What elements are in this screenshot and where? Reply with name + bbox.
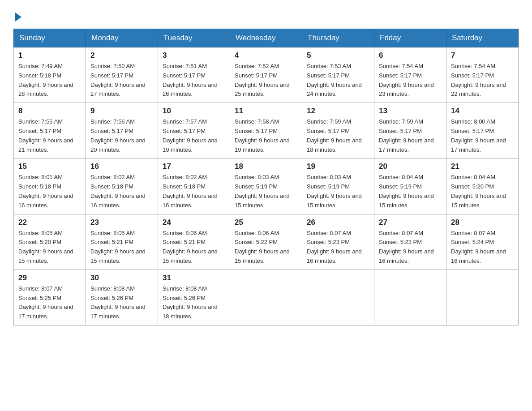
calendar-cell: 12Sunrise: 7:59 AMSunset: 5:17 PMDayligh… — [302, 103, 374, 158]
day-number: 31 — [163, 274, 225, 283]
calendar-cell: 20Sunrise: 8:04 AMSunset: 5:19 PMDayligh… — [374, 158, 446, 214]
weekday-header-tuesday: Tuesday — [158, 29, 230, 47]
day-info: Sunrise: 7:58 AMSunset: 5:17 PMDaylight:… — [235, 117, 297, 154]
weekday-header-thursday: Thursday — [302, 29, 374, 47]
calendar-cell: 14Sunrise: 8:00 AMSunset: 5:17 PMDayligh… — [446, 103, 519, 158]
calendar-cell — [446, 270, 519, 325]
calendar-cell: 10Sunrise: 7:57 AMSunset: 5:17 PMDayligh… — [158, 103, 230, 158]
day-info: Sunrise: 7:53 AMSunset: 5:17 PMDaylight:… — [307, 62, 369, 99]
calendar-cell: 5Sunrise: 7:53 AMSunset: 5:17 PMDaylight… — [302, 47, 374, 103]
day-info: Sunrise: 8:08 AMSunset: 5:26 PMDaylight:… — [163, 284, 225, 321]
day-number: 10 — [163, 107, 225, 116]
day-number: 25 — [235, 218, 297, 227]
day-info: Sunrise: 8:06 AMSunset: 5:21 PMDaylight:… — [163, 229, 225, 266]
day-info: Sunrise: 7:56 AMSunset: 5:17 PMDaylight:… — [90, 117, 153, 154]
day-info: Sunrise: 8:06 AMSunset: 5:22 PMDaylight:… — [235, 229, 297, 266]
day-number: 30 — [90, 274, 153, 283]
logo — [13, 9, 21, 20]
week-row-1: 1Sunrise: 7:49 AMSunset: 5:18 PMDaylight… — [14, 47, 519, 103]
calendar-cell: 31Sunrise: 8:08 AMSunset: 5:26 PMDayligh… — [158, 270, 230, 325]
calendar-cell: 29Sunrise: 8:07 AMSunset: 5:25 PMDayligh… — [14, 270, 86, 325]
day-info: Sunrise: 8:02 AMSunset: 5:18 PMDaylight:… — [163, 173, 225, 210]
calendar-cell: 16Sunrise: 8:02 AMSunset: 5:18 PMDayligh… — [86, 158, 158, 214]
day-number: 13 — [379, 107, 442, 116]
day-info: Sunrise: 8:04 AMSunset: 5:20 PMDaylight:… — [451, 173, 514, 210]
day-number: 28 — [451, 218, 514, 227]
day-number: 9 — [90, 107, 153, 116]
day-number: 21 — [451, 162, 514, 171]
weekday-header-sunday: Sunday — [14, 29, 86, 47]
calendar-cell: 30Sunrise: 8:08 AMSunset: 5:26 PMDayligh… — [86, 270, 158, 325]
day-info: Sunrise: 8:02 AMSunset: 5:18 PMDaylight:… — [90, 173, 153, 210]
day-number: 26 — [307, 218, 369, 227]
calendar-cell — [374, 270, 446, 325]
day-info: Sunrise: 7:59 AMSunset: 5:17 PMDaylight:… — [379, 117, 442, 154]
day-info: Sunrise: 8:05 AMSunset: 5:20 PMDaylight:… — [18, 229, 81, 266]
day-info: Sunrise: 7:54 AMSunset: 5:17 PMDaylight:… — [451, 62, 514, 99]
day-info: Sunrise: 7:54 AMSunset: 5:17 PMDaylight:… — [379, 62, 442, 99]
calendar-cell: 15Sunrise: 8:01 AMSunset: 5:18 PMDayligh… — [14, 158, 86, 214]
calendar-cell: 13Sunrise: 7:59 AMSunset: 5:17 PMDayligh… — [374, 103, 446, 158]
calendar-cell: 19Sunrise: 8:03 AMSunset: 5:19 PMDayligh… — [302, 158, 374, 214]
calendar-cell: 2Sunrise: 7:50 AMSunset: 5:17 PMDaylight… — [86, 47, 158, 103]
week-row-5: 29Sunrise: 8:07 AMSunset: 5:25 PMDayligh… — [14, 270, 519, 325]
day-number: 8 — [18, 107, 81, 116]
day-number: 6 — [379, 51, 442, 60]
day-number: 4 — [235, 51, 297, 60]
day-info: Sunrise: 8:05 AMSunset: 5:21 PMDaylight:… — [90, 229, 153, 266]
weekday-header-wednesday: Wednesday — [230, 29, 302, 47]
calendar-cell: 18Sunrise: 8:03 AMSunset: 5:19 PMDayligh… — [230, 158, 302, 214]
day-number: 17 — [163, 162, 225, 171]
calendar-cell: 6Sunrise: 7:54 AMSunset: 5:17 PMDaylight… — [374, 47, 446, 103]
day-info: Sunrise: 7:50 AMSunset: 5:17 PMDaylight:… — [90, 62, 153, 99]
calendar-cell: 4Sunrise: 7:52 AMSunset: 5:17 PMDaylight… — [230, 47, 302, 103]
calendar-cell — [302, 270, 374, 325]
week-row-2: 8Sunrise: 7:55 AMSunset: 5:17 PMDaylight… — [14, 103, 519, 158]
day-info: Sunrise: 8:07 AMSunset: 5:25 PMDaylight:… — [18, 284, 81, 321]
day-number: 23 — [90, 218, 153, 227]
day-number: 22 — [18, 218, 81, 227]
logo-arrow-icon — [15, 13, 21, 21]
day-number: 29 — [18, 274, 81, 283]
day-info: Sunrise: 8:00 AMSunset: 5:17 PMDaylight:… — [451, 117, 514, 154]
weekday-header-friday: Friday — [374, 29, 446, 47]
calendar-cell: 7Sunrise: 7:54 AMSunset: 5:17 PMDaylight… — [446, 47, 519, 103]
day-number: 3 — [163, 51, 225, 60]
day-number: 2 — [90, 51, 153, 60]
calendar-table: SundayMondayTuesdayWednesdayThursdayFrid… — [13, 29, 519, 325]
day-number: 20 — [379, 162, 442, 171]
calendar-cell — [230, 270, 302, 325]
day-info: Sunrise: 8:01 AMSunset: 5:18 PMDaylight:… — [18, 173, 81, 210]
calendar-cell: 26Sunrise: 8:07 AMSunset: 5:23 PMDayligh… — [302, 214, 374, 270]
day-number: 18 — [235, 162, 297, 171]
day-number: 11 — [235, 107, 297, 116]
day-info: Sunrise: 8:07 AMSunset: 5:23 PMDaylight:… — [307, 229, 369, 266]
calendar-cell: 23Sunrise: 8:05 AMSunset: 5:21 PMDayligh… — [86, 214, 158, 270]
calendar-cell: 17Sunrise: 8:02 AMSunset: 5:18 PMDayligh… — [158, 158, 230, 214]
day-info: Sunrise: 7:52 AMSunset: 5:17 PMDaylight:… — [235, 62, 297, 99]
weekday-header-saturday: Saturday — [446, 29, 519, 47]
page-header — [13, 9, 519, 20]
day-info: Sunrise: 8:03 AMSunset: 5:19 PMDaylight:… — [307, 173, 369, 210]
calendar-cell: 27Sunrise: 8:07 AMSunset: 5:23 PMDayligh… — [374, 214, 446, 270]
day-info: Sunrise: 7:49 AMSunset: 5:18 PMDaylight:… — [18, 62, 81, 99]
calendar-cell: 28Sunrise: 8:07 AMSunset: 5:24 PMDayligh… — [446, 214, 519, 270]
day-number: 1 — [18, 51, 81, 60]
day-number: 15 — [18, 162, 81, 171]
day-info: Sunrise: 8:07 AMSunset: 5:23 PMDaylight:… — [379, 229, 442, 266]
week-row-4: 22Sunrise: 8:05 AMSunset: 5:20 PMDayligh… — [14, 214, 519, 270]
calendar-cell: 1Sunrise: 7:49 AMSunset: 5:18 PMDaylight… — [14, 47, 86, 103]
day-info: Sunrise: 7:57 AMSunset: 5:17 PMDaylight:… — [163, 117, 225, 154]
weekday-header-row: SundayMondayTuesdayWednesdayThursdayFrid… — [14, 29, 519, 47]
day-info: Sunrise: 8:07 AMSunset: 5:24 PMDaylight:… — [451, 229, 514, 266]
week-row-3: 15Sunrise: 8:01 AMSunset: 5:18 PMDayligh… — [14, 158, 519, 214]
weekday-header-monday: Monday — [86, 29, 158, 47]
day-number: 12 — [307, 107, 369, 116]
day-info: Sunrise: 7:51 AMSunset: 5:17 PMDaylight:… — [163, 62, 225, 99]
calendar-cell: 8Sunrise: 7:55 AMSunset: 5:17 PMDaylight… — [14, 103, 86, 158]
day-info: Sunrise: 7:55 AMSunset: 5:17 PMDaylight:… — [18, 117, 81, 154]
day-number: 24 — [163, 218, 225, 227]
day-info: Sunrise: 7:59 AMSunset: 5:17 PMDaylight:… — [307, 117, 369, 154]
day-info: Sunrise: 8:04 AMSunset: 5:19 PMDaylight:… — [379, 173, 442, 210]
calendar-cell: 11Sunrise: 7:58 AMSunset: 5:17 PMDayligh… — [230, 103, 302, 158]
